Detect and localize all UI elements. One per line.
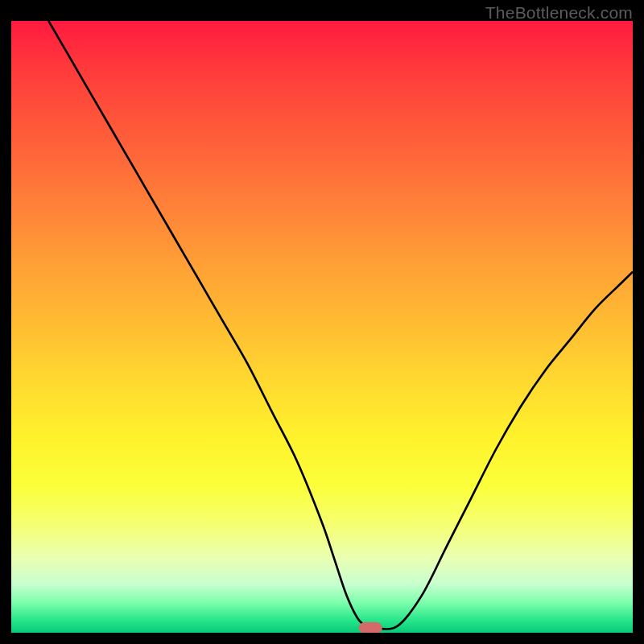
chart-svg xyxy=(11,21,633,633)
plot-area xyxy=(11,21,633,633)
watermark: TheBottleneck.com xyxy=(485,3,633,23)
curve-line xyxy=(48,21,633,630)
minimum-marker xyxy=(359,622,382,633)
chart-container: TheBottleneck.com xyxy=(0,0,644,644)
